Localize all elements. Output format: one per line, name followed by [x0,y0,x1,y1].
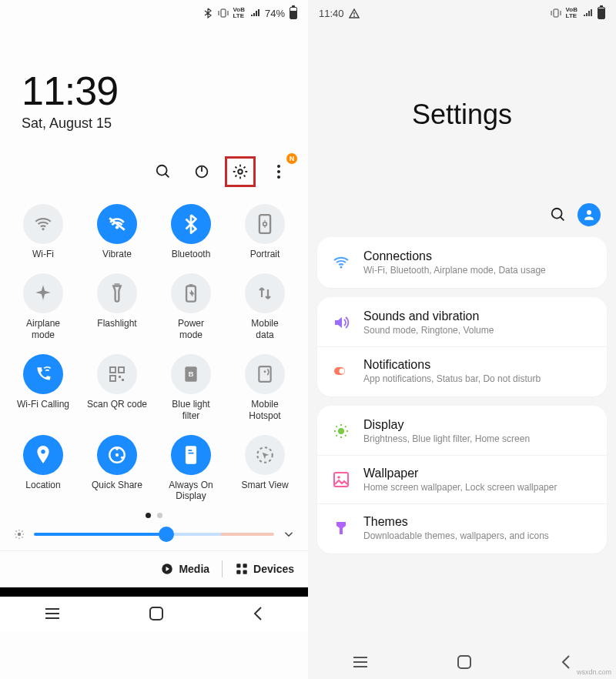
location-toggle[interactable] [23,435,63,475]
settings-row-subtitle: Home screen wallpaper, Lock screen wallp… [363,482,557,493]
back-button[interactable] [560,654,572,670]
bottom-black-strip [0,587,308,597]
status-bar: VoBLTE 74% [0,0,308,26]
airplane-toggle[interactable] [23,273,63,313]
brightness-track[interactable] [34,533,274,536]
settings-row-title: Wallpaper [363,467,557,480]
svg-point-36 [353,15,355,17]
account-avatar-button[interactable] [578,203,601,226]
settings-row-themes[interactable]: Themes Downloadable themes, wallpapers, … [317,503,607,552]
page-dot[interactable] [157,513,162,518]
recents-button[interactable] [44,607,61,620]
power-mode-icon [183,283,199,303]
qs-tile-quick-share: Quick Share [80,435,154,502]
divider [222,560,223,577]
status-time: 11:40 [319,8,344,19]
settings-row-connections[interactable]: Connections Wi-Fi, Bluetooth, Airplane m… [317,239,607,286]
home-button[interactable] [457,654,472,670]
settings-row-subtitle: Wi-Fi, Bluetooth, Airplane mode, Data us… [363,265,546,276]
svg-point-45 [337,476,340,479]
qs-tile-label: Mobile Hotspot [249,399,280,421]
settings-row-text: Display Brightness, Blue light filter, H… [363,418,530,444]
settings-row-wallpaper[interactable]: Wallpaper Home screen wallpaper, Lock sc… [317,455,607,503]
qs-tile-label: Mobile data [251,318,278,340]
settings-row-text: Themes Downloadable themes, wallpapers, … [363,515,549,541]
settings-row-notifications[interactable]: Notifications App notifications, Status … [317,346,607,395]
qs-tile-label: Location [25,480,60,490]
wifi-toggle[interactable] [23,204,63,244]
qs-tile-label: Wi-Fi [32,249,54,259]
qs-tile-label: Bluetooth [172,249,211,259]
brightness-slider[interactable] [0,524,308,543]
svg-rect-9 [259,215,270,233]
media-devices-row: Media Devices [0,550,308,587]
svg-point-8 [116,226,119,229]
home-button[interactable] [149,606,164,621]
svg-point-38 [552,209,562,219]
blue-light-toggle[interactable]: B [171,354,211,394]
devices-label: Devices [253,563,294,575]
svg-rect-12 [189,285,193,286]
settings-row-title: Notifications [363,358,541,372]
portrait-icon [257,214,273,234]
brightness-thumb[interactable] [159,527,174,542]
portrait-toggle[interactable] [245,204,285,244]
location-icon [35,445,52,465]
svg-rect-14 [119,367,124,373]
settings-header: Settings [308,26,616,203]
signal-status-icon [249,8,260,18]
svg-point-39 [587,210,591,215]
brightness-expand-icon[interactable] [282,527,296,541]
search-button[interactable] [148,156,179,187]
status-bar: 11:40 VoBLTE [308,0,616,26]
more-options-button[interactable]: N [263,156,294,187]
page-dot[interactable] [146,513,151,518]
settings-row-title: Display [363,418,530,432]
aod-toggle[interactable] [171,435,211,475]
clock-date: Sat, August 15 [22,115,286,132]
signal-status-icon [582,8,593,18]
bluetooth-status-icon [203,8,213,18]
qs-tile-label: Blue light filter [172,399,209,421]
qs-tile-mobile-hotspot: Mobile Hotspot [228,354,302,421]
settings-row-sounds[interactable]: Sounds and vibration Sound mode, Rington… [317,299,607,346]
quick-settings-grid: Wi-Fi Vibrate Bluetooth Portrait Airplan… [0,196,308,502]
aod-icon [183,445,199,465]
mobile-hotspot-toggle[interactable] [245,354,285,394]
settings-row-title: Sounds and vibration [363,309,494,323]
qs-tile-scan-qr: Scan QR code [80,354,154,421]
search-button[interactable] [550,206,567,223]
back-button[interactable] [252,606,264,621]
smart-view-toggle[interactable] [245,435,285,475]
svg-rect-17 [122,379,124,381]
quick-share-toggle[interactable] [97,435,137,475]
mobile-data-toggle[interactable] [245,273,285,313]
volte-status-text: VoBLTE [233,7,245,19]
blue-light-icon: B [182,365,199,383]
flashlight-toggle[interactable] [97,273,137,313]
recents-button[interactable] [352,655,369,669]
bluetooth-toggle[interactable] [171,204,211,244]
svg-point-29 [18,532,22,536]
svg-point-3 [238,169,243,174]
vibrate-status-icon [551,8,561,18]
vibrate-toggle[interactable] [97,204,137,244]
qs-tile-wifi: Wi-Fi [6,204,80,259]
scan-qr-toggle[interactable] [97,354,137,394]
devices-button[interactable]: Devices [235,562,294,576]
media-button[interactable]: Media [160,562,209,576]
svg-rect-27 [186,446,196,464]
qs-tile-aod: Always On Display [154,435,228,502]
svg-point-22 [41,450,45,453]
smart-view-icon [255,445,275,465]
power-mode-toggle[interactable] [171,273,211,313]
wallpaper-icon [331,470,351,490]
svg-point-10 [263,222,267,226]
power-button[interactable] [186,156,217,187]
svg-rect-13 [110,367,116,373]
svg-rect-32 [243,564,247,567]
wifi-calling-toggle[interactable] [23,354,63,394]
qs-tile-mobile-data: Mobile data [228,273,302,340]
settings-button[interactable] [225,156,256,187]
settings-row-display[interactable]: Display Brightness, Blue light filter, H… [317,407,607,455]
